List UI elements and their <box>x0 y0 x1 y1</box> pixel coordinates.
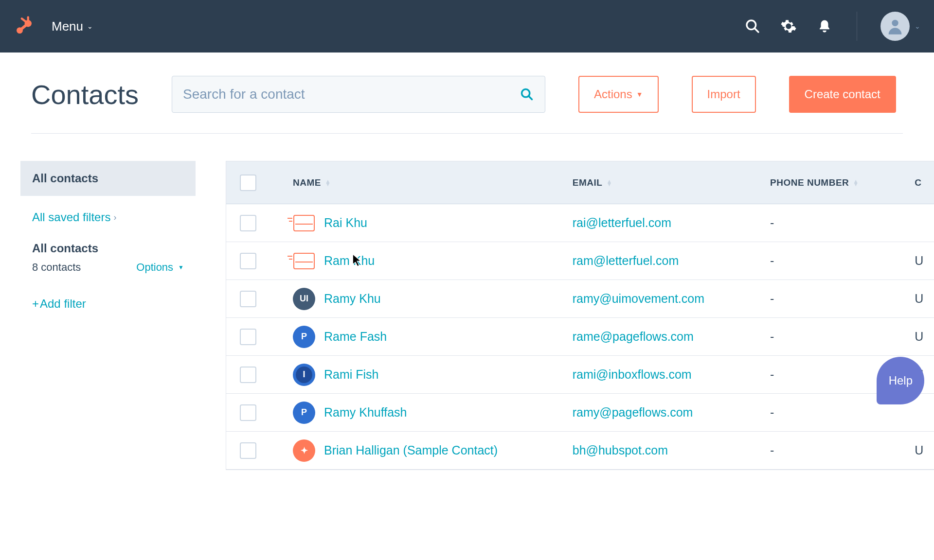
select-all-checkbox[interactable] <box>240 175 256 191</box>
row-extra-cell: U <box>915 254 934 268</box>
contact-name-link[interactable]: Rami Fish <box>324 368 379 382</box>
sidebar-section-row: 8 contacts Options ▼ <box>32 261 184 274</box>
contact-name-link[interactable]: Brian Halligan (Sample Contact) <box>324 443 498 457</box>
row-email-cell[interactable]: rame@pageflows.com <box>573 330 770 344</box>
row-checkbox[interactable] <box>240 215 256 231</box>
search-icon <box>520 88 534 101</box>
row-checkbox-cell <box>240 329 293 345</box>
sidebar-section: All contacts 8 contacts Options ▼ <box>20 224 196 274</box>
row-email-cell[interactable]: rami@inboxflows.com <box>573 368 770 382</box>
hubspot-logo[interactable] <box>14 15 37 38</box>
top-navbar: Menu ⌄ ⌄ <box>0 0 934 52</box>
table-body: Rai Khurai@letterfuel.com-Ram Khuram@let… <box>226 204 934 470</box>
contact-avatar-icon: P <box>293 326 315 348</box>
mail-icon <box>293 253 315 269</box>
sidebar-item-all-contacts[interactable]: All contacts <box>20 161 196 196</box>
nav-left: Menu ⌄ <box>14 15 93 38</box>
row-email-cell[interactable]: ramy@uimovement.com <box>573 292 770 306</box>
contact-name-link[interactable]: Ramy Khu <box>324 292 381 306</box>
row-checkbox[interactable] <box>240 367 256 383</box>
row-name-cell: UIRamy Khu <box>293 288 573 310</box>
row-email-cell[interactable]: bh@hubspot.com <box>573 443 770 457</box>
row-phone-cell: - <box>770 330 915 344</box>
create-contact-button[interactable]: Create contact <box>789 76 896 113</box>
row-name-cell: ✦Brian Halligan (Sample Contact) <box>293 439 573 462</box>
mail-icon <box>293 215 315 231</box>
row-checkbox-cell <box>240 215 293 231</box>
sidebar-section-title: All contacts <box>32 242 184 255</box>
main-content: All contacts All saved filters › All con… <box>0 134 934 470</box>
row-name-cell: Rai Khu <box>293 215 573 231</box>
settings-icon[interactable] <box>780 18 797 35</box>
table-row: PRame Fashrame@pageflows.com-U <box>226 318 934 356</box>
column-header-extra[interactable]: C <box>915 177 934 188</box>
nav-right: ⌄ <box>744 12 920 41</box>
account-menu[interactable]: ⌄ <box>880 12 920 41</box>
row-checkbox-cell <box>240 367 293 383</box>
row-email-cell[interactable]: rai@letterfuel.com <box>573 216 770 230</box>
row-phone-cell: - <box>770 443 915 457</box>
column-header-name[interactable]: NAME ▲▼ <box>293 177 573 188</box>
row-name-cell: PRame Fash <box>293 326 573 348</box>
contact-name-link[interactable]: Ramy Khuffash <box>324 405 407 420</box>
menu-label: Menu <box>52 19 83 34</box>
svg-line-6 <box>529 96 532 100</box>
row-checkbox[interactable] <box>240 404 256 421</box>
row-phone-cell: - <box>770 405 915 420</box>
contacts-table: NAME ▲▼ EMAIL ▲▼ PHONE NUMBER ▲▼ C Rai K… <box>226 161 934 470</box>
col-name-label: NAME <box>293 177 321 188</box>
options-dropdown[interactable]: Options ▼ <box>136 261 184 274</box>
sidebar: All contacts All saved filters › All con… <box>20 161 196 470</box>
row-checkbox-cell <box>240 253 293 269</box>
sort-icon: ▲▼ <box>325 180 331 186</box>
contact-name-link[interactable]: Rai Khu <box>324 216 367 230</box>
notifications-icon[interactable] <box>816 18 833 35</box>
table-header: NAME ▲▼ EMAIL ▲▼ PHONE NUMBER ▲▼ C <box>226 161 934 204</box>
row-email-cell[interactable]: ram@letterfuel.com <box>573 254 770 268</box>
help-button[interactable]: Help <box>877 357 924 404</box>
sidebar-item-saved-filters[interactable]: All saved filters › <box>20 196 196 224</box>
add-filter-button[interactable]: + Add filter <box>20 297 196 311</box>
plus-icon: + <box>32 297 39 311</box>
options-label: Options <box>136 261 173 274</box>
saved-filters-label: All saved filters <box>32 210 110 224</box>
row-name-cell: Ram Khu <box>293 253 573 269</box>
contact-count: 8 contacts <box>32 261 81 274</box>
row-extra-cell: U <box>915 292 934 306</box>
row-phone-cell: - <box>770 292 915 306</box>
chevron-down-icon: ⌄ <box>87 22 93 30</box>
contact-name-link[interactable]: Ram Khu <box>324 254 375 268</box>
svg-line-3 <box>754 28 758 32</box>
caret-down-icon: ▼ <box>178 264 184 271</box>
page-title: Contacts <box>31 79 139 110</box>
search-input[interactable] <box>172 76 545 113</box>
import-button[interactable]: Import <box>692 76 756 113</box>
search-icon[interactable] <box>744 18 761 35</box>
select-all-cell <box>240 175 293 191</box>
table-row: UIRamy Khuramy@uimovement.com-U <box>226 280 934 318</box>
row-checkbox[interactable] <box>240 253 256 269</box>
column-header-phone[interactable]: PHONE NUMBER ▲▼ <box>770 177 915 188</box>
table-row: ✦Brian Halligan (Sample Contact)bh@hubsp… <box>226 432 934 470</box>
actions-label: Actions <box>594 88 632 101</box>
row-checkbox[interactable] <box>240 291 256 307</box>
row-extra-cell: U <box>915 330 934 344</box>
menu-dropdown[interactable]: Menu ⌄ <box>52 19 93 34</box>
help-label: Help <box>888 374 912 387</box>
col-email-label: EMAIL <box>573 177 603 188</box>
column-header-email[interactable]: EMAIL ▲▼ <box>573 177 770 188</box>
svg-point-4 <box>892 20 898 26</box>
table-row: PRamy Khuffashramy@pageflows.com- <box>226 394 934 432</box>
col-phone-label: PHONE NUMBER <box>770 177 849 188</box>
contact-name-link[interactable]: Rame Fash <box>324 330 387 344</box>
row-name-cell: PRamy Khuffash <box>293 402 573 424</box>
chevron-right-icon: › <box>113 212 116 223</box>
contact-avatar-icon: ✦ <box>293 439 315 462</box>
table-row: Ram Khuram@letterfuel.com-U <box>226 242 934 280</box>
row-checkbox-cell <box>240 442 293 459</box>
row-checkbox[interactable] <box>240 442 256 459</box>
page-header: Contacts Actions ▼ Import Create contact <box>0 52 934 113</box>
row-checkbox[interactable] <box>240 329 256 345</box>
row-email-cell[interactable]: ramy@pageflows.com <box>573 405 770 420</box>
actions-button[interactable]: Actions ▼ <box>578 76 659 113</box>
